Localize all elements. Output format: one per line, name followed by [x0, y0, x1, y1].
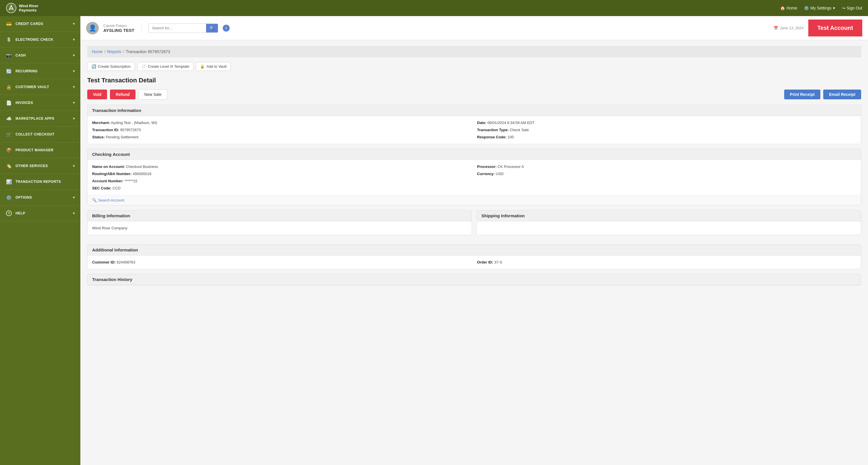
- void-button[interactable]: Void: [87, 90, 107, 99]
- transaction-type-field: Transaction Type: Check Sale: [477, 127, 856, 133]
- shipping-info-header: Shipping Information: [477, 210, 861, 221]
- add-to-vault-button[interactable]: 🔒 Add to Vault: [196, 62, 231, 71]
- sidebar-item-label: INVOICES: [16, 101, 33, 105]
- chevron-down-icon: ▾: [73, 69, 75, 73]
- breadcrumb-home[interactable]: Home: [92, 50, 102, 54]
- help-icon: ?: [6, 210, 12, 216]
- billing-info-body: Wind River Company: [88, 221, 472, 235]
- sidebar-item-label: TRANSACTION REPORTS: [16, 180, 61, 184]
- breadcrumb-sep2: /: [123, 50, 124, 54]
- sidebar-item-label: CASH: [16, 53, 26, 57]
- transaction-id-field: Transaction ID: 9579572673: [92, 127, 471, 133]
- order-id-field: Order ID: 37-S: [477, 259, 856, 265]
- sec-code-field: SEC Code: CCD: [92, 185, 471, 191]
- sidebar-item-options[interactable]: ⚙️ OPTIONS ▾: [0, 190, 81, 206]
- sidebar-item-label: PRODUCT MANAGER: [16, 148, 53, 152]
- sidebar-item-left: 🏷️ OTHER SERVICES: [6, 163, 48, 169]
- search-input[interactable]: [149, 24, 206, 32]
- transaction-reports-icon: 📊: [6, 179, 12, 185]
- user-info: Cassie Pataro AYSLING TEST: [103, 24, 134, 33]
- search-button[interactable]: 🔍: [206, 24, 218, 32]
- date-field: Date: 06/01/2024 8:34:59 AM EDT: [477, 120, 856, 125]
- top-nav-links: 🏠 Home ⚙️ My Settings ▾ ↪ Sign Out: [780, 6, 862, 10]
- brand: Wind River Payments: [6, 3, 38, 13]
- signout-link[interactable]: ↪ Sign Out: [842, 6, 862, 10]
- checking-account-body: Name on Account: Checkout Business Proce…: [88, 160, 861, 195]
- layout: 💳 CREDIT CARDS ▾ $ ELECTRONIC CHECK ▾ 📷 …: [0, 16, 868, 465]
- settings-chevron-icon: ▾: [833, 6, 835, 10]
- customer-vault-icon: 🔒: [6, 84, 12, 90]
- sidebar-item-cash[interactable]: 📷 CASH ▾: [0, 48, 81, 63]
- signout-icon: ↪: [842, 6, 845, 10]
- breadcrumb-reports[interactable]: Reports: [107, 50, 121, 54]
- processor-field: Processor: CK Processor A: [477, 164, 856, 169]
- sidebar-item-recurring[interactable]: 🔄 RECURRING ▾: [0, 63, 81, 79]
- sidebar-item-left: ⚙️ OPTIONS: [6, 194, 32, 200]
- search-account-link[interactable]: 🔍 Search Account: [92, 198, 856, 203]
- credit-cards-icon: 💳: [6, 21, 12, 27]
- billing-company-field: Wind River Company: [92, 225, 467, 231]
- sidebar-item-transaction-reports[interactable]: 📊 TRANSACTION REPORTS: [0, 174, 81, 190]
- user-header: 👤 Cassie Pataro AYSLING TEST 🔍 i 📅 June …: [81, 16, 868, 40]
- billing-info-header: Billing Information: [88, 210, 472, 221]
- date-display: 📅 June 13, 2024: [774, 26, 803, 30]
- routing-field: Routing/ABA Number: 490000018: [92, 171, 471, 177]
- settings-link[interactable]: ⚙️ My Settings ▾: [804, 6, 835, 10]
- sidebar-item-left: 📊 TRANSACTION REPORTS: [6, 179, 61, 185]
- avatar: 👤: [86, 22, 99, 34]
- sidebar-item-invoices[interactable]: 📄 INVOICES ▾: [0, 95, 81, 111]
- divider: [141, 23, 142, 33]
- home-link[interactable]: 🏠 Home: [780, 6, 797, 10]
- new-sale-button[interactable]: New Sale: [138, 89, 167, 100]
- transaction-history-header: Transaction History: [88, 274, 861, 285]
- sidebar-item-credit-cards[interactable]: 💳 CREDIT CARDS ▾: [0, 16, 81, 32]
- sidebar-item-label: CREDIT CARDS: [16, 22, 43, 26]
- sidebar-item-label: RECURRING: [16, 69, 38, 73]
- additional-info-section: Additional Information Customer ID: 6244…: [87, 244, 861, 269]
- shipping-info-body: [477, 221, 861, 229]
- checking-account-grid: Name on Account: Checkout Business Proce…: [92, 164, 856, 191]
- chevron-down-icon: ▾: [73, 38, 75, 42]
- sidebar-item-left: ☁️ MARKETPLACE APPS: [6, 115, 55, 122]
- sidebar-item-help[interactable]: ? HELP ▾: [0, 206, 81, 221]
- additional-info-body: Customer ID: 624408763 Order ID: 37-S: [88, 255, 861, 269]
- print-receipt-button[interactable]: Print Receipt: [784, 90, 820, 99]
- refund-button[interactable]: Refund: [110, 90, 135, 99]
- status-field: Status: Pending Settlement: [92, 134, 471, 140]
- sidebar-item-electronic-check[interactable]: $ ELECTRONIC CHECK ▾: [0, 32, 81, 48]
- sidebar-item-left: 🔄 RECURRING: [6, 68, 38, 74]
- sidebar-item-customer-vault[interactable]: 🔒 CUSTOMER VAULT ▾: [0, 79, 81, 95]
- breadcrumb: Home / Reports / Transaction 9579572673: [87, 46, 861, 57]
- sidebar-item-label: HELP: [16, 211, 25, 215]
- email-receipt-button[interactable]: Email Receipt: [823, 90, 861, 99]
- merchant-field: Merchant: Aysling Test - (Madison, WI): [92, 120, 471, 125]
- test-account-button[interactable]: Test Account: [808, 20, 862, 36]
- sidebar-item-label: MARKETPLACE APPS: [16, 117, 55, 121]
- user-name: AYSLING TEST: [103, 28, 134, 33]
- sidebar-item-left: 📦 PRODUCT MANAGER: [6, 147, 53, 153]
- chevron-down-icon: ▾: [73, 101, 75, 105]
- chevron-down-icon: ▾: [73, 164, 75, 168]
- chevron-down-icon: ▾: [73, 22, 75, 26]
- billing-info-section: Billing Information Wind River Company: [87, 210, 472, 235]
- sidebar-item-collect-checkout[interactable]: 🛒 COLLECT CHECKOUT: [0, 127, 81, 143]
- action-buttons-row: 🔄 Create Subscription 📄 Create Level III…: [87, 62, 861, 71]
- name-on-account-field: Name on Account: Checkout Business: [92, 164, 471, 169]
- create-level3-button[interactable]: 📄 Create Level III Template: [137, 62, 193, 71]
- search-bar: 🔍: [148, 24, 218, 33]
- transaction-info-section: Transaction Information Merchant: Ayslin…: [87, 105, 861, 144]
- sidebar-item-marketplace-apps[interactable]: ☁️ MARKETPLACE APPS ▾: [0, 111, 81, 127]
- breadcrumb-sep1: /: [104, 50, 105, 54]
- sidebar-item-other-services[interactable]: 🏷️ OTHER SERVICES ▾: [0, 158, 81, 174]
- sidebar: 💳 CREDIT CARDS ▾ $ ELECTRONIC CHECK ▾ 📷 …: [0, 16, 81, 465]
- sidebar-item-left: ? HELP: [6, 210, 25, 216]
- sidebar-item-left: 💳 CREDIT CARDS: [6, 21, 43, 27]
- sidebar-item-product-manager[interactable]: 📦 PRODUCT MANAGER: [0, 143, 81, 158]
- calendar-icon: 📅: [774, 26, 778, 30]
- create-subscription-button[interactable]: 🔄 Create Subscription: [87, 62, 135, 71]
- search-account-link-container: 🔍 Search Account: [88, 195, 861, 205]
- info-icon[interactable]: i: [223, 25, 229, 32]
- main-content: 👤 Cassie Pataro AYSLING TEST 🔍 i 📅 June …: [81, 16, 868, 465]
- refresh-icon: 🔄: [92, 64, 96, 69]
- sidebar-item-left: 📷 CASH: [6, 52, 26, 59]
